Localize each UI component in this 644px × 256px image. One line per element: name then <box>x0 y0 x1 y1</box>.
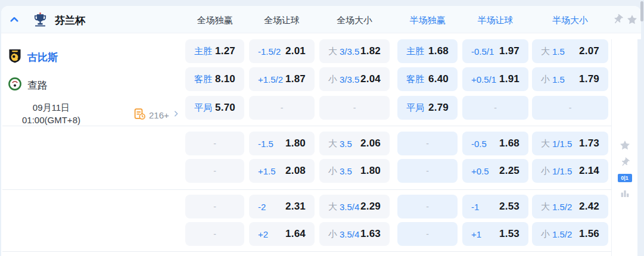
odds-cell[interactable]: - <box>397 195 458 218</box>
collapse-chevron-up-icon[interactable] <box>8 14 20 25</box>
home-team-row[interactable]: 古比斯 <box>8 45 58 69</box>
handicap-label: 3.5 <box>340 139 352 149</box>
odds-cell[interactable]: - <box>249 96 315 120</box>
odds-cell[interactable]: 小1/1.52.14 <box>532 159 608 183</box>
odds-cell[interactable]: -1.5/22.01 <box>249 39 315 63</box>
odds-cell[interactable]: 平局5.70 <box>185 96 244 120</box>
odds-cell[interactable]: 主胜1.27 <box>185 39 244 63</box>
odds-cell[interactable]: 小3.5/41.63 <box>319 222 390 246</box>
odds-cell[interactable]: +0.52.25 <box>462 159 528 183</box>
column-header-halftime-handicap: 半场让球 <box>462 15 528 26</box>
over-under-prefix: 小 <box>541 74 550 85</box>
pin-match-icon[interactable] <box>619 157 631 168</box>
odds-cell[interactable]: 大1.5/22.42 <box>532 195 608 218</box>
odds-cell[interactable]: - <box>319 96 390 120</box>
no-odds-dash: - <box>213 202 216 211</box>
odds-cell[interactable]: - <box>185 195 244 218</box>
handicap-label: 1/1.5 <box>552 139 572 149</box>
odds-value: 1.63 <box>360 228 381 240</box>
odds-value: 2.06 <box>360 138 381 149</box>
away-team-logo <box>8 77 21 93</box>
page-gutter <box>637 39 642 256</box>
selection-label: 客胜 <box>194 74 212 85</box>
odds-cell[interactable]: 小3.51.80 <box>319 159 390 183</box>
selection-label: -1.5 <box>258 139 273 149</box>
odds-cell[interactable]: 大3.5/42.29 <box>319 195 390 218</box>
handicap-label: 1.5 <box>552 74 565 85</box>
selection-label: 主胜 <box>194 46 212 57</box>
selection-label-group: 大1/1.5 <box>541 138 572 149</box>
odds-value: 1.80 <box>360 165 381 177</box>
odds-cell[interactable]: - <box>185 159 244 183</box>
favorite-league-star-icon[interactable] <box>626 14 638 26</box>
over-under-prefix: 小 <box>328 229 337 240</box>
selection-label: -0.5 <box>471 139 487 149</box>
scrollbar-thumb[interactable] <box>640 1 643 21</box>
over-under-prefix: 小 <box>328 74 337 85</box>
odds-cell[interactable]: 大1.52.07 <box>532 39 608 63</box>
odds-cell[interactable]: - <box>462 96 528 120</box>
selection-label-group: -0.5/1 <box>471 46 494 57</box>
over-under-prefix: 小 <box>328 166 337 177</box>
odds-cell[interactable]: 大1/1.51.73 <box>532 132 608 155</box>
odds-cell[interactable]: 客胜6.40 <box>397 67 458 91</box>
corner-score-badge[interactable]: 0|1 <box>618 174 632 182</box>
odds-cell[interactable]: 小3/3.52.04 <box>319 67 390 91</box>
selection-label: 平局 <box>194 102 212 114</box>
odds-cell[interactable]: 小1.5/21.56 <box>532 222 608 246</box>
odds-cell[interactable]: - <box>397 222 458 246</box>
selection-label-group: -1 <box>471 202 479 212</box>
handicap-label: 3/3.5 <box>340 46 359 57</box>
odds-cell[interactable]: -12.53 <box>462 195 528 218</box>
odds-value: 2.42 <box>579 201 599 213</box>
odds-cell[interactable]: 小1.51.79 <box>532 67 608 91</box>
odds-value: 1.73 <box>579 138 599 149</box>
odds-cell[interactable]: -22.31 <box>249 195 315 218</box>
more-markets-link[interactable]: 216+ <box>133 107 180 123</box>
odds-cell[interactable]: - <box>532 96 608 120</box>
odds-cell[interactable]: -0.51.68 <box>462 132 528 155</box>
pin-league-icon[interactable] <box>612 14 624 26</box>
odds-cell[interactable]: +1.5/21.87 <box>249 67 315 91</box>
odds-cell[interactable]: +21.64 <box>249 222 315 246</box>
selection-label-group: +0.5 <box>471 166 489 176</box>
odds-cell[interactable]: 大3.52.06 <box>319 132 390 155</box>
away-team-row[interactable]: 查路 <box>8 73 48 97</box>
home-team-name: 古比斯 <box>27 51 58 64</box>
selection-label: 平局 <box>406 102 424 114</box>
odds-cell[interactable]: 客胜8.10 <box>185 67 244 91</box>
no-odds-dash: - <box>213 166 216 176</box>
home-team-logo <box>8 49 21 65</box>
odds-cell[interactable]: -0.5/11.97 <box>462 39 528 63</box>
over-under-prefix: 大 <box>541 46 550 57</box>
selection-label: -2 <box>258 202 266 212</box>
selection-label-group: 小3.5/4 <box>328 229 359 240</box>
odds-value: 2.79 <box>428 102 449 114</box>
odds-cell[interactable]: - <box>397 159 458 183</box>
odds-cell[interactable]: - <box>185 222 244 246</box>
odds-value: 1.97 <box>499 45 519 57</box>
odds-value: 8.10 <box>215 73 235 85</box>
odds-cell[interactable]: 主胜1.68 <box>397 39 458 63</box>
odds-value: 2.14 <box>579 165 599 177</box>
over-under-prefix: 小 <box>541 166 550 177</box>
odds-cell[interactable]: -1.51.80 <box>249 132 315 155</box>
odds-cell[interactable]: 平局2.79 <box>397 96 458 120</box>
odds-value: 1.79 <box>579 73 599 85</box>
chevron-right-icon <box>172 110 180 120</box>
odds-cell[interactable]: 大3/3.51.82 <box>319 39 390 63</box>
away-team-name: 查路 <box>27 79 48 92</box>
odds-cell[interactable]: - <box>397 132 458 155</box>
odds-cell[interactable]: - <box>185 132 244 155</box>
selection-label-group: +1.5/2 <box>258 74 283 85</box>
selection-label: +0.5 <box>471 166 489 176</box>
selection-label: -0.5/1 <box>471 46 494 57</box>
stats-bar-chart-icon[interactable] <box>619 188 631 199</box>
odds-cell[interactable]: +1.52.08 <box>249 159 315 183</box>
selection-label-group: -2 <box>258 202 266 212</box>
odds-value: 2.31 <box>285 201 306 213</box>
odds-cell[interactable]: +0.5/11.91 <box>462 67 528 91</box>
odds-cell[interactable]: +11.53 <box>462 222 528 246</box>
match-tools-rail: 0|1 <box>611 39 637 256</box>
favorite-match-star-icon[interactable] <box>619 139 631 151</box>
